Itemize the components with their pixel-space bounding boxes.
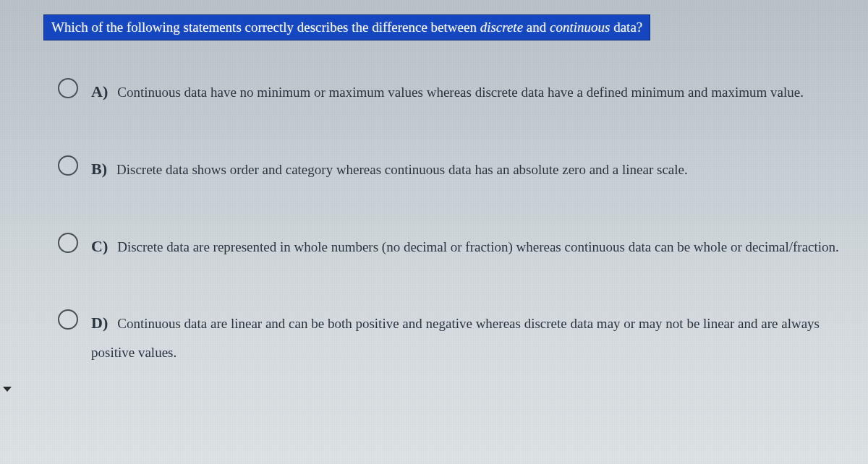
question-text-mid: and — [523, 20, 550, 35]
scroll-down-icon[interactable] — [3, 387, 12, 392]
option-d[interactable]: D) Continuous data are linear and can be… — [58, 308, 839, 366]
option-d-content: D) Continuous data are linear and can be… — [91, 308, 839, 366]
radio-b[interactable] — [58, 155, 78, 176]
option-b[interactable]: B) Discrete data shows order and categor… — [58, 154, 839, 184]
options-container: A) Continuous data have no minimum or ma… — [43, 77, 839, 366]
option-d-text: Continuous data are linear and can be bo… — [91, 316, 820, 360]
question-prompt: Which of the following statements correc… — [43, 14, 650, 40]
option-b-text: Discrete data shows order and category w… — [116, 162, 688, 177]
option-c-text: Discrete data are represented in whole n… — [117, 239, 839, 254]
question-text-suffix: data? — [610, 20, 642, 35]
option-c-content: C) Discrete data are represented in whol… — [91, 231, 839, 262]
radio-d[interactable] — [58, 309, 78, 330]
option-c[interactable]: C) Discrete data are represented in whol… — [58, 231, 839, 262]
radio-c[interactable] — [58, 233, 78, 253]
option-b-content: B) Discrete data shows order and categor… — [91, 154, 839, 184]
option-a-text: Continuous data have no minimum or maxim… — [117, 85, 804, 100]
option-a-letter: A) — [91, 82, 108, 100]
question-italic-continuous: continuous — [550, 20, 610, 35]
radio-a[interactable] — [58, 78, 78, 98]
question-text-prefix: Which of the following statements correc… — [51, 20, 480, 35]
option-c-letter: C) — [91, 237, 108, 255]
option-a[interactable]: A) Continuous data have no minimum or ma… — [58, 77, 839, 107]
option-d-letter: D) — [91, 314, 108, 332]
option-a-content: A) Continuous data have no minimum or ma… — [91, 77, 839, 107]
option-b-letter: B) — [91, 160, 107, 178]
question-italic-discrete: discrete — [480, 20, 523, 35]
